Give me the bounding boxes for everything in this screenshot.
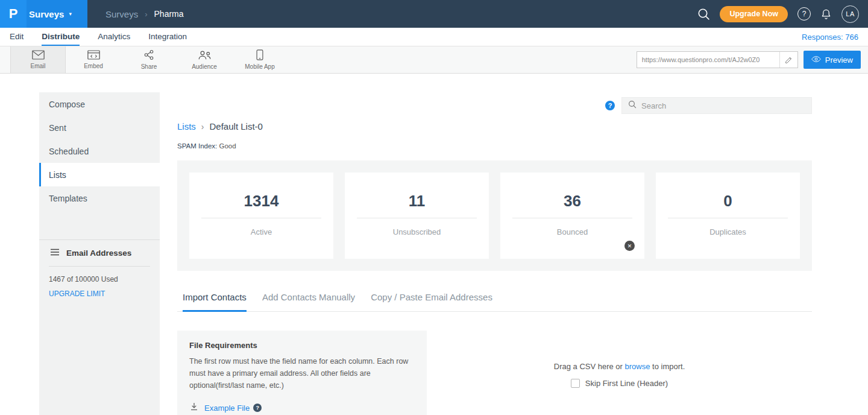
stat-value: 11 xyxy=(409,192,426,211)
skip-first-line-label: Skip First Line (Header) xyxy=(585,379,668,388)
stat-card-active[interactable]: 1314 Active xyxy=(189,173,333,259)
breadcrumb-separator: › xyxy=(145,10,147,19)
toolbar-item-share[interactable]: Share xyxy=(121,46,177,73)
toolbar-item-label: Audience xyxy=(192,63,217,70)
breadcrumb-surveys-link[interactable]: Surveys xyxy=(105,9,138,19)
tab-analytics[interactable]: Analytics xyxy=(98,28,130,46)
list-stats-panel: 1314 Active 11 Unsubscribed 36 Bounced ✕… xyxy=(177,160,812,271)
notifications-bell-icon[interactable] xyxy=(820,8,832,20)
tab-integration[interactable]: Integration xyxy=(148,28,187,46)
toolbar-item-mobile-app[interactable]: Mobile App xyxy=(232,46,288,73)
csv-drop-zone[interactable]: Drag a CSV here or browse to import. Ski… xyxy=(427,331,812,415)
chevron-down-icon: ▾ xyxy=(69,11,72,17)
questionpro-logo: P xyxy=(0,0,27,28)
drop-instruction: Drag a CSV here or browse to import. xyxy=(554,362,685,371)
preview-label: Preview xyxy=(825,55,853,65)
example-file-link[interactable]: Example File xyxy=(204,404,250,413)
responses-count: Responses: 766 xyxy=(802,28,868,46)
import-section: File Requirements The first row must hav… xyxy=(177,331,812,415)
upgrade-now-button[interactable]: Upgrade Now xyxy=(720,6,788,22)
sidebar-item-templates[interactable]: Templates xyxy=(39,186,160,210)
stat-value: 0 xyxy=(723,192,732,211)
product-switcher[interactable]: P Surveys ▾ xyxy=(0,0,87,28)
toolbar-item-label: Embed xyxy=(84,63,103,69)
contacts-search-box xyxy=(621,97,812,114)
contacts-tabs: Import Contacts Add Contacts Manually Co… xyxy=(177,292,812,312)
stat-divider xyxy=(201,218,321,218)
lists-main-panel: ? Lists › Default List-0 SPAM Index: Goo… xyxy=(160,74,829,415)
file-requirements-title: File Requirements xyxy=(189,341,415,350)
upgrade-limit-link[interactable]: UPGRADE LIMIT xyxy=(49,290,150,298)
audience-icon xyxy=(198,50,212,62)
usage-text: 1467 of 100000 Used xyxy=(49,275,150,284)
search-input[interactable] xyxy=(641,101,805,110)
clear-bounced-icon[interactable]: ✕ xyxy=(624,241,635,251)
embed-icon xyxy=(87,50,100,61)
header-actions: Upgrade Now ? LA xyxy=(697,5,868,23)
tab-add-contacts-manually[interactable]: Add Contacts Manually xyxy=(262,292,355,312)
sidebar-item-lists[interactable]: Lists xyxy=(39,163,160,186)
breadcrumb-current-list: Default List-0 xyxy=(210,121,263,131)
stat-label: Bounced xyxy=(557,227,588,236)
email-addresses-header: Email Addresses xyxy=(39,240,160,266)
help-question-icon[interactable]: ? xyxy=(605,101,615,110)
stat-label: Duplicates xyxy=(709,227,746,236)
drop-text-pre: Drag a CSV here or xyxy=(554,362,625,371)
edit-url-pencil-icon[interactable] xyxy=(779,52,797,68)
stat-value: 36 xyxy=(564,192,581,211)
stat-label: Active xyxy=(251,227,272,236)
survey-url-field xyxy=(637,51,798,68)
spam-index-value: Good xyxy=(219,142,236,150)
tab-edit[interactable]: Edit xyxy=(10,28,24,46)
sidebar-item-compose[interactable]: Compose xyxy=(39,92,160,116)
stat-label: Unsubscribed xyxy=(393,227,441,236)
breadcrumb-lists-link[interactable]: Lists xyxy=(177,121,196,131)
toolbar-item-audience[interactable]: Audience xyxy=(177,46,232,73)
list-lines-icon xyxy=(50,249,60,258)
skip-first-line-row: Skip First Line (Header) xyxy=(571,379,668,388)
drop-text-post: to import. xyxy=(650,362,685,371)
browse-link[interactable]: browse xyxy=(625,362,650,371)
toolbar-item-label: Email xyxy=(30,63,45,69)
spam-index-line: SPAM Index: Good xyxy=(177,142,812,150)
stat-card-duplicates[interactable]: 0 Duplicates xyxy=(656,173,800,259)
user-avatar[interactable]: LA xyxy=(841,5,859,23)
search-icon[interactable] xyxy=(697,8,710,21)
stat-divider xyxy=(668,218,788,218)
email-sidebar: Compose Sent Scheduled Lists Templates E… xyxy=(39,92,160,415)
eye-icon xyxy=(811,55,821,65)
product-label: Surveys xyxy=(29,9,64,19)
lists-breadcrumb: Lists › Default List-0 xyxy=(177,121,812,131)
page-content: Compose Sent Scheduled Lists Templates E… xyxy=(0,74,868,415)
stat-card-unsubscribed[interactable]: 11 Unsubscribed xyxy=(345,173,489,259)
survey-url-input[interactable] xyxy=(637,56,779,63)
tab-import-contacts[interactable]: Import Contacts xyxy=(183,292,247,312)
toolbar-item-label: Mobile App xyxy=(245,63,274,70)
email-addresses-title: Email Addresses xyxy=(66,249,131,258)
search-icon xyxy=(628,100,637,111)
sidebar-divider xyxy=(49,266,150,267)
spam-index-label: SPAM Index: xyxy=(177,142,217,150)
toolbar-item-label: Share xyxy=(141,63,157,70)
main-top-row: ? xyxy=(177,97,812,114)
sidebar-item-scheduled[interactable]: Scheduled xyxy=(39,139,160,163)
preview-button[interactable]: Preview xyxy=(804,51,861,69)
stat-divider xyxy=(357,218,477,218)
help-icon[interactable]: ? xyxy=(797,7,811,21)
breadcrumb-current-survey: Pharma xyxy=(154,9,184,19)
stat-divider xyxy=(512,218,632,218)
file-requirements-body: The first row must have the field name f… xyxy=(189,356,411,391)
tab-distribute[interactable]: Distribute xyxy=(42,28,80,46)
header-breadcrumb: Surveys › Pharma xyxy=(105,9,184,19)
toolbar-item-embed[interactable]: Embed xyxy=(66,46,121,73)
tab-copy-paste-email-addresses[interactable]: Copy / Paste Email Addresses xyxy=(371,292,492,312)
toolbar-right: Preview xyxy=(637,46,868,73)
download-icon xyxy=(189,402,199,414)
toolbar-item-email[interactable]: Email xyxy=(10,46,66,73)
example-file-help-icon[interactable]: ? xyxy=(253,404,262,412)
sidebar-item-sent[interactable]: Sent xyxy=(39,116,160,139)
file-requirements-box: File Requirements The first row must hav… xyxy=(177,331,427,415)
skip-first-line-checkbox[interactable] xyxy=(571,379,580,388)
top-bar: P Surveys ▾ Surveys › Pharma Upgrade Now… xyxy=(0,0,868,28)
stat-card-bounced[interactable]: 36 Bounced ✕ xyxy=(500,173,644,259)
